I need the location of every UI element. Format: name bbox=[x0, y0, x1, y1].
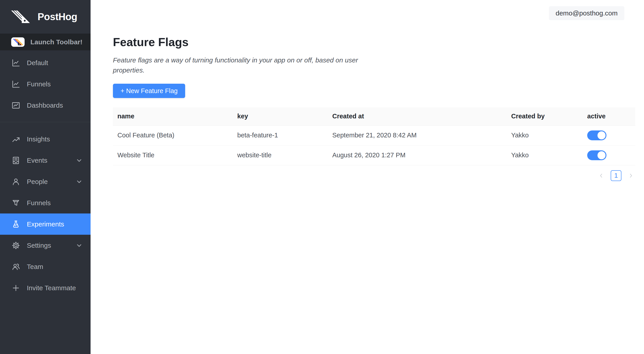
column-header-active: active bbox=[583, 107, 635, 125]
brand-name: PostHog bbox=[38, 11, 77, 22]
table-header-row: name key Created at Created by active bbox=[113, 107, 635, 125]
cell-created-at: September 21, 2020 8:42 AM bbox=[328, 125, 507, 145]
cell-name: Cool Feature (Beta) bbox=[113, 125, 233, 145]
prev-page-icon[interactable] bbox=[597, 170, 606, 181]
sidebar-item-people[interactable]: People bbox=[0, 171, 90, 192]
pagination: 1 bbox=[113, 170, 635, 181]
cell-active bbox=[583, 125, 635, 145]
table-row: Cool Feature (Beta)beta-feature-1Septemb… bbox=[113, 125, 635, 145]
chevron-down-icon bbox=[75, 242, 83, 249]
column-header-name: name bbox=[113, 107, 233, 125]
table-row: Website Titlewebsite-titleAugust 26, 202… bbox=[113, 145, 635, 165]
sidebar-item-funnels[interactable]: Funnels bbox=[0, 73, 90, 95]
toolbar-hedgehog-icon bbox=[11, 37, 24, 47]
sidebar-item-label: Team bbox=[27, 263, 43, 270]
container-icon bbox=[11, 156, 20, 165]
active-toggle[interactable] bbox=[587, 130, 606, 140]
team-icon bbox=[11, 262, 20, 271]
posthog-hedgehog-icon bbox=[11, 11, 32, 23]
sidebar-item-label: Events bbox=[27, 157, 48, 164]
page-1-button[interactable]: 1 bbox=[611, 170, 622, 181]
cell-name: Website Title bbox=[113, 145, 233, 165]
column-header-created-by: Created by bbox=[507, 107, 583, 125]
funnel-icon bbox=[11, 198, 20, 208]
gear-icon bbox=[11, 241, 20, 250]
user-email-badge[interactable]: demo@posthog.com bbox=[549, 6, 624, 20]
launch-toolbar-label: Launch Toolbar! bbox=[30, 38, 82, 46]
toggle-knob bbox=[598, 151, 606, 159]
sidebar-item-label: Settings bbox=[27, 242, 51, 249]
cell-key: website-title bbox=[233, 145, 328, 165]
cell-created-by: Yakko bbox=[507, 145, 583, 165]
sidebar-item-experiments[interactable]: Experiments bbox=[0, 213, 90, 235]
sidebar-item-label: Funnels bbox=[27, 80, 51, 88]
sidebar-item-label: Insights bbox=[27, 135, 50, 143]
sidebar-item-events[interactable]: Events bbox=[0, 150, 90, 171]
main-area: demo@posthog.com Feature Flags Feature f… bbox=[90, 0, 644, 354]
rise-icon bbox=[11, 135, 20, 144]
page-description: Feature flags are a way of turning funct… bbox=[113, 55, 359, 75]
sidebar-item-label: Dashboards bbox=[27, 102, 63, 109]
sidebar-item-team[interactable]: Team bbox=[0, 256, 90, 277]
next-page-icon[interactable] bbox=[626, 170, 635, 181]
cell-active bbox=[583, 145, 635, 165]
sidebar-item-insights[interactable]: Insights bbox=[0, 128, 90, 150]
sidebar-item-label: People bbox=[27, 178, 48, 185]
sidebar-item-label: Invite Teammate bbox=[27, 284, 76, 292]
launch-toolbar-button[interactable]: Launch Toolbar! bbox=[0, 34, 90, 50]
sidebar-item-label: Experiments bbox=[27, 220, 64, 228]
toggle-knob bbox=[598, 131, 606, 139]
sidebar-divider bbox=[0, 122, 90, 122]
page-title: Feature Flags bbox=[113, 35, 635, 49]
sidebar-item-default[interactable]: Default bbox=[0, 52, 90, 73]
cell-created-at: August 26, 2020 1:27 PM bbox=[328, 145, 507, 165]
page-content: Feature Flags Feature flags are a way of… bbox=[90, 0, 635, 181]
cell-key: beta-feature-1 bbox=[233, 125, 328, 145]
sidebar-nav: DefaultFunnelsDashboardsInsightsEventsPe… bbox=[0, 50, 90, 298]
column-header-key: key bbox=[233, 107, 328, 125]
experiment-icon bbox=[11, 219, 20, 229]
sidebar: PostHog Launch Toolbar! DefaultFunnelsDa… bbox=[0, 0, 90, 354]
sidebar-item-invite-teammate[interactable]: Invite Teammate bbox=[0, 277, 90, 298]
plus-icon bbox=[11, 283, 20, 293]
column-header-created-at: Created at bbox=[328, 107, 507, 125]
cell-created-by: Yakko bbox=[507, 125, 583, 145]
active-toggle[interactable] bbox=[587, 150, 606, 160]
posthog-logo[interactable]: PostHog bbox=[0, 0, 90, 34]
app-window: PostHog Launch Toolbar! DefaultFunnelsDa… bbox=[0, 0, 644, 354]
line-chart-icon bbox=[11, 58, 20, 68]
chevron-down-icon bbox=[75, 178, 83, 185]
user-icon bbox=[11, 177, 20, 186]
sidebar-item-dashboards[interactable]: Dashboards bbox=[0, 95, 90, 116]
fund-icon bbox=[11, 101, 20, 110]
line-chart-icon bbox=[11, 80, 20, 89]
new-feature-flag-button[interactable]: + New Feature Flag bbox=[113, 84, 185, 98]
sidebar-item-funnels[interactable]: Funnels bbox=[0, 192, 90, 213]
sidebar-item-settings[interactable]: Settings bbox=[0, 235, 90, 256]
sidebar-item-label: Default bbox=[27, 59, 48, 67]
feature-flags-table: name key Created at Created by active Co… bbox=[113, 107, 635, 165]
sidebar-item-label: Funnels bbox=[27, 199, 51, 207]
chevron-down-icon bbox=[75, 157, 83, 164]
